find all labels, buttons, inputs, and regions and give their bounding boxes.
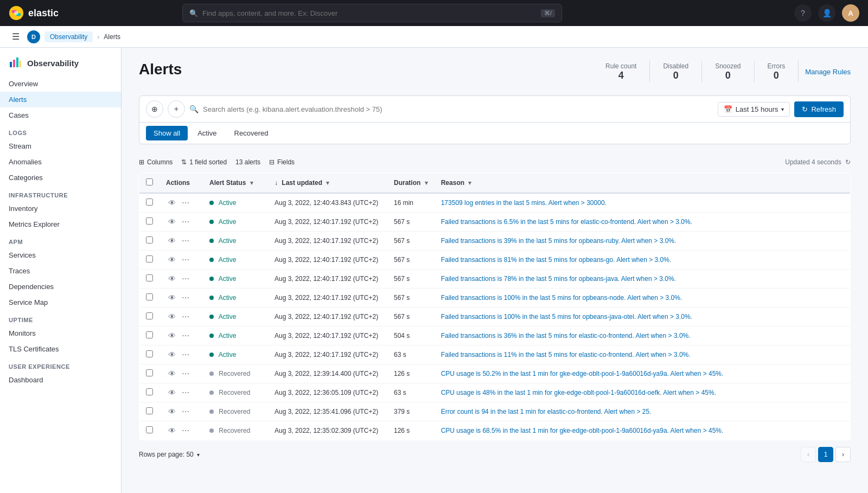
view-action-icon[interactable]: 👁 bbox=[166, 349, 178, 360]
more-actions-icon[interactable]: ⋯ bbox=[180, 235, 192, 246]
view-action-icon[interactable]: 👁 bbox=[166, 368, 178, 379]
alerts-search-input[interactable] bbox=[203, 105, 713, 113]
avatar[interactable]: A bbox=[842, 4, 859, 22]
reason-link[interactable]: Failed transactions is 36% in the last 5… bbox=[441, 332, 691, 340]
tab-active[interactable]: Active bbox=[190, 126, 224, 140]
reason-link[interactable]: Failed transactions is 100% in the last … bbox=[441, 294, 682, 302]
th-last-updated[interactable]: ↓ Last updated ▾ bbox=[268, 173, 387, 194]
reason-link[interactable]: Failed transactions is 78% in the last 5… bbox=[441, 275, 676, 283]
refresh-button[interactable]: ↻ Refresh bbox=[794, 101, 844, 117]
row-checkbox[interactable] bbox=[146, 274, 153, 281]
columns-button[interactable]: ⊞ Columns bbox=[139, 157, 173, 167]
reason-link[interactable]: Failed transactions is 39% in the last 5… bbox=[441, 237, 676, 245]
row-checkbox[interactable] bbox=[146, 312, 153, 319]
sidebar-item-services[interactable]: Services bbox=[0, 247, 121, 263]
manage-rules-link[interactable]: Manage Rules bbox=[799, 68, 851, 76]
more-actions-icon[interactable]: ⋯ bbox=[180, 387, 192, 398]
more-actions-icon[interactable]: ⋯ bbox=[180, 311, 192, 322]
tab-show-all[interactable]: Show all bbox=[146, 126, 188, 140]
fields-button[interactable]: ⊟ Fields bbox=[269, 157, 295, 167]
view-action-icon[interactable]: 👁 bbox=[166, 216, 178, 227]
reason-link[interactable]: Error count is 94 in the last 1 min for … bbox=[441, 408, 652, 415]
more-actions-icon[interactable]: ⋯ bbox=[180, 273, 192, 284]
more-actions-icon[interactable]: ⋯ bbox=[180, 349, 192, 360]
reason-link[interactable]: Failed transactions is 100% in the last … bbox=[441, 313, 692, 321]
columns-icon: ⊞ bbox=[139, 158, 144, 166]
sort-button[interactable]: ⇅ 1 field sorted bbox=[181, 157, 227, 167]
main-layout: Observability Overview Alerts Cases Logs… bbox=[0, 48, 868, 493]
next-page-button[interactable]: › bbox=[835, 447, 851, 462]
help-icon[interactable]: ? bbox=[794, 4, 812, 22]
row-checkbox[interactable] bbox=[146, 236, 153, 244]
row-checkbox[interactable] bbox=[146, 369, 153, 376]
sidebar-item-tls-certificates[interactable]: TLS Certificates bbox=[0, 341, 121, 357]
row-checkbox[interactable] bbox=[146, 331, 153, 338]
sidebar-item-traces[interactable]: Traces bbox=[0, 263, 121, 279]
more-actions-icon[interactable]: ⋯ bbox=[180, 216, 192, 227]
user-menu-icon[interactable]: 👤 bbox=[818, 4, 835, 22]
row-checkbox[interactable] bbox=[146, 426, 153, 433]
sidebar-item-service-map[interactable]: Service Map bbox=[0, 294, 121, 310]
th-reason[interactable]: Reason ▾ bbox=[435, 173, 851, 194]
sidebar-item-anomalies[interactable]: Anomalies bbox=[0, 154, 121, 170]
reason-link[interactable]: CPU usage is 48% in the last 1 min for g… bbox=[441, 389, 716, 396]
sidebar-item-metrics-explorer[interactable]: Metrics Explorer bbox=[0, 216, 121, 232]
filter-icon-button[interactable]: ⊕ bbox=[146, 100, 163, 118]
sidebar-item-stream[interactable]: Stream bbox=[0, 138, 121, 154]
row-checkbox[interactable] bbox=[146, 293, 153, 300]
row-checkbox[interactable] bbox=[146, 407, 153, 414]
add-filter-button[interactable]: ＋ bbox=[168, 100, 185, 118]
refresh-small-icon[interactable]: ↻ bbox=[845, 158, 851, 166]
global-search[interactable]: 🔍 ⌘/ bbox=[182, 4, 562, 22]
more-actions-icon[interactable]: ⋯ bbox=[180, 197, 192, 208]
more-actions-icon[interactable]: ⋯ bbox=[180, 254, 192, 265]
sidebar-item-dashboard[interactable]: Dashboard bbox=[0, 372, 121, 388]
sidebar-item-inventory[interactable]: Inventory bbox=[0, 201, 121, 216]
more-actions-icon[interactable]: ⋯ bbox=[180, 425, 192, 436]
more-actions-icon[interactable]: ⋯ bbox=[180, 406, 192, 417]
row-checkbox[interactable] bbox=[146, 350, 153, 357]
page-1-button[interactable]: 1 bbox=[818, 447, 833, 462]
reason-link[interactable]: Failed transactions is 6.5% in the last … bbox=[441, 218, 692, 226]
view-action-icon[interactable]: 👁 bbox=[166, 273, 178, 284]
row-checkbox[interactable] bbox=[146, 199, 153, 206]
select-all-checkbox[interactable] bbox=[146, 178, 153, 185]
th-actions[interactable]: Actions bbox=[159, 173, 203, 194]
sidebar-item-overview[interactable]: Overview bbox=[0, 76, 121, 92]
view-action-icon[interactable]: 👁 bbox=[166, 235, 178, 246]
breadcrumb-observability[interactable]: Observability bbox=[44, 31, 93, 42]
reason-link[interactable]: CPU usage is 50.2% in the last 1 min for… bbox=[441, 370, 724, 377]
reason-link[interactable]: CPU usage is 68.5% in the last 1 min for… bbox=[441, 427, 724, 434]
sidebar-item-cases[interactable]: Cases bbox=[0, 107, 121, 123]
sidebar-item-alerts[interactable]: Alerts bbox=[0, 92, 121, 107]
prev-page-button[interactable]: ‹ bbox=[801, 447, 816, 462]
sidebar-item-categories[interactable]: Categories bbox=[0, 170, 121, 185]
row-checkbox[interactable] bbox=[146, 217, 153, 225]
th-alert-status[interactable]: Alert Status ▾ bbox=[203, 173, 268, 194]
more-actions-icon[interactable]: ⋯ bbox=[180, 292, 192, 303]
th-duration[interactable]: Duration ▾ bbox=[387, 173, 435, 194]
row-checkbox[interactable] bbox=[146, 388, 153, 395]
search-input[interactable] bbox=[202, 9, 537, 17]
sidebar-item-monitors[interactable]: Monitors bbox=[0, 325, 121, 341]
reason-link[interactable]: 173509 log entries in the last 5 mins. A… bbox=[441, 199, 607, 207]
reason-link[interactable]: Failed transactions is 81% in the last 5… bbox=[441, 256, 672, 264]
tab-recovered[interactable]: Recovered bbox=[227, 126, 276, 140]
time-picker[interactable]: 📅 Last 15 hours ▾ bbox=[718, 102, 790, 117]
view-action-icon[interactable]: 👁 bbox=[166, 311, 178, 322]
view-action-icon[interactable]: 👁 bbox=[166, 406, 178, 417]
view-action-icon[interactable]: 👁 bbox=[166, 330, 178, 341]
more-actions-icon[interactable]: ⋯ bbox=[180, 330, 192, 341]
hamburger-button[interactable]: ☰ bbox=[9, 29, 23, 44]
more-actions-icon[interactable]: ⋯ bbox=[180, 368, 192, 379]
row-checkbox[interactable] bbox=[146, 255, 153, 262]
view-action-icon[interactable]: 👁 bbox=[166, 254, 178, 265]
view-action-icon[interactable]: 👁 bbox=[166, 292, 178, 303]
sidebar-item-dependencies[interactable]: Dependencies bbox=[0, 279, 121, 294]
reason-link[interactable]: Failed transactions is 11% in the last 5… bbox=[441, 351, 691, 358]
rows-per-page[interactable]: Rows per page: 50 ▾ bbox=[139, 451, 200, 458]
app-logo[interactable]: elastic bbox=[9, 5, 63, 21]
view-action-icon[interactable]: 👁 bbox=[166, 387, 178, 398]
view-action-icon[interactable]: 👁 bbox=[166, 197, 178, 208]
view-action-icon[interactable]: 👁 bbox=[166, 425, 178, 436]
